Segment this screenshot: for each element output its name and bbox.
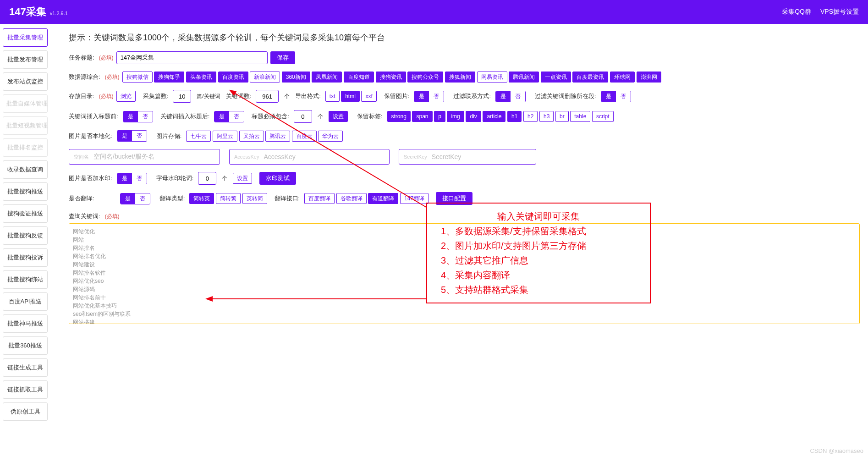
sidebar-item-5[interactable]: 批量排名监控 [3, 138, 48, 157]
keep-tag-1[interactable]: span [412, 111, 432, 122]
sidebar-item-10[interactable]: 批量搜狗投诉 [3, 248, 48, 267]
source-tag-14[interactable]: 百度最资讯 [572, 72, 608, 83]
rot-input[interactable] [198, 172, 216, 185]
source-tag-2[interactable]: 头条资讯 [186, 72, 216, 83]
kwafter-label: 关键词插入标题后: [160, 112, 210, 121]
keep-tag-0[interactable]: strong [387, 111, 411, 122]
trans-type-2[interactable]: 英转简 [242, 193, 267, 204]
header-link-qq[interactable]: 采集QQ群 [782, 8, 811, 16]
sidebar-item-6[interactable]: 收录数据查询 [3, 160, 48, 179]
sidebar-item-13[interactable]: 批量神马推送 [3, 314, 48, 333]
source-tag-0[interactable]: 搜狗微信 [122, 72, 153, 83]
browse-button[interactable]: 浏览 [116, 91, 136, 102]
source-tag-7[interactable]: 百度知道 [344, 72, 374, 83]
sidebar-item-16[interactable]: 链接抓取工具 [3, 380, 48, 399]
must-set-button[interactable]: 设置 [329, 111, 348, 122]
space-input[interactable]: 空间名空间名/bucket/服务名 [69, 149, 220, 165]
trans-toggle[interactable]: 是否 [120, 193, 150, 204]
trans-label: 是否翻译: [69, 194, 94, 203]
keep-tag-10[interactable]: table [570, 111, 590, 122]
source-tag-11[interactable]: 网易资讯 [477, 72, 507, 83]
source-tag-15[interactable]: 环球网 [610, 72, 635, 83]
sidebar-item-14[interactable]: 批量360推送 [3, 336, 48, 355]
source-tag-16[interactable]: 澎湃网 [637, 72, 661, 83]
filter-kw-toggle[interactable]: 是否 [601, 91, 631, 102]
cloud-tag-1[interactable]: 阿里云 [213, 131, 237, 142]
row-store: 存放目录: (必填) 浏览 采集篇数: 篇/关键词 关键词数: 个 导出格式: … [69, 90, 860, 103]
keep-tag-2[interactable]: p [434, 111, 445, 122]
source-tag-3[interactable]: 百度资讯 [218, 72, 248, 83]
keep-tag-7[interactable]: h2 [523, 111, 538, 122]
source-tag-1[interactable]: 搜狗知乎 [154, 72, 184, 83]
source-tag-9[interactable]: 搜狗公众号 [407, 72, 443, 83]
cloud-tag-2[interactable]: 又拍云 [239, 131, 264, 142]
sidebar-item-11[interactable]: 批量搜狗绑站 [3, 270, 48, 289]
keep-tag-8[interactable]: h3 [539, 111, 554, 122]
kw-input[interactable] [256, 90, 279, 103]
task-title-input[interactable] [116, 51, 268, 64]
watermark-toggle[interactable]: 是否 [117, 173, 147, 184]
keep-tag-4[interactable]: div [466, 111, 481, 122]
fmt-tag-0[interactable]: txt [325, 91, 340, 102]
trans-type-1[interactable]: 简转繁 [216, 193, 241, 204]
source-tag-4[interactable]: 新浪新闻 [250, 72, 280, 83]
sidebar-item-17[interactable]: 伪原创工具 [3, 402, 48, 421]
keep-tag-6[interactable]: h1 [507, 111, 522, 122]
secretkey-input[interactable]: SecretKeySecretKey [399, 149, 536, 165]
sidebar-item-8[interactable]: 搜狗验证推送 [3, 204, 48, 223]
source-tag-10[interactable]: 搜狐新闻 [445, 72, 475, 83]
filter-contact-toggle[interactable]: 是否 [495, 91, 526, 102]
annotation-line-5: 5、支持站群格式采集 [441, 282, 636, 297]
kwbefore-toggle[interactable]: 是否 [123, 111, 153, 122]
row-kwinsert: 关键词插入标题前: 是否 关键词插入标题后: 是否 标题必须包含: 个 设置 保… [69, 110, 860, 123]
source-tag-8[interactable]: 搜狗资讯 [376, 72, 406, 83]
source-tag-12[interactable]: 腾讯新闻 [509, 72, 539, 83]
keep-tag-3[interactable]: img [447, 111, 464, 122]
accesskey-input[interactable]: AccessKeyAccessKey [229, 149, 390, 165]
kwafter-toggle[interactable]: 是否 [214, 111, 244, 122]
sidebar-item-3[interactable]: 批量自媒体管理 [3, 94, 48, 113]
imglocal-toggle[interactable]: 是否 [117, 130, 147, 142]
count-input[interactable] [173, 90, 191, 103]
fmt-label: 导出格式: [295, 92, 321, 100]
sidebar: 批量采集管理批量发布管理发布站点监控批量自媒体管理批量短视频管理批量排名监控收录… [0, 24, 50, 425]
trans-api-1[interactable]: 谷歌翻译 [336, 193, 367, 204]
sidebar-item-9[interactable]: 批量搜狗反馈 [3, 226, 48, 245]
app-header: 147采集 v1.2.9.1 采集QQ群 VPS拨号设置 [0, 0, 868, 24]
keepimg-toggle[interactable]: 是否 [414, 91, 444, 102]
count-label: 采集篇数: [143, 92, 169, 100]
sidebar-item-0[interactable]: 批量采集管理 [3, 28, 48, 47]
fmt-tag-2[interactable]: xxf [361, 91, 376, 102]
cloud-tag-0[interactable]: 七牛云 [186, 131, 211, 142]
annotation-title: 输入关键词即可采集 [441, 209, 636, 224]
task-required: (必填) [99, 54, 114, 62]
trans-type-0[interactable]: 简转英 [189, 193, 214, 204]
header-link-vps[interactable]: VPS拨号设置 [820, 8, 859, 16]
source-tag-5[interactable]: 360新闻 [282, 72, 310, 83]
sidebar-item-15[interactable]: 链接生成工具 [3, 358, 48, 377]
trans-api-2[interactable]: 有道翻译 [368, 193, 398, 204]
cloud-tag-4[interactable]: 百度云 [292, 131, 317, 142]
sidebar-item-2[interactable]: 发布站点监控 [3, 72, 48, 91]
trans-api-0[interactable]: 百度翻译 [304, 193, 335, 204]
keep-tag-5[interactable]: article [483, 111, 505, 122]
watermark-test-button[interactable]: 水印测试 [259, 172, 296, 185]
sidebar-item-7[interactable]: 批量搜狗推送 [3, 182, 48, 201]
transtype-label: 翻译类型: [159, 194, 185, 203]
source-tag-6[interactable]: 凤凰新闻 [312, 72, 342, 83]
sidebar-item-12[interactable]: 百度API推送 [3, 292, 48, 311]
must-input[interactable] [294, 110, 312, 123]
cloud-tag-3[interactable]: 腾讯云 [265, 131, 290, 142]
sidebar-item-1[interactable]: 批量发布管理 [3, 50, 48, 69]
cloud-tag-5[interactable]: 华为云 [318, 131, 343, 142]
fmt-tag-1[interactable]: html [341, 91, 360, 102]
trans-api-3[interactable]: 147翻译 [400, 193, 429, 204]
source-tag-13[interactable]: 一点资讯 [541, 72, 571, 83]
rot-set-button[interactable]: 设置 [233, 173, 252, 184]
save-button[interactable]: 保存 [270, 51, 295, 64]
row-imglocal: 图片是否本地化: 是否 图片存储: 七牛云 阿里云 又拍云 腾讯云 百度云 华为… [69, 130, 860, 142]
keep-tag-9[interactable]: br [555, 111, 569, 122]
query-required: (必填) [105, 213, 120, 220]
keep-tag-11[interactable]: script [592, 111, 614, 122]
sidebar-item-4[interactable]: 批量短视频管理 [3, 116, 48, 135]
